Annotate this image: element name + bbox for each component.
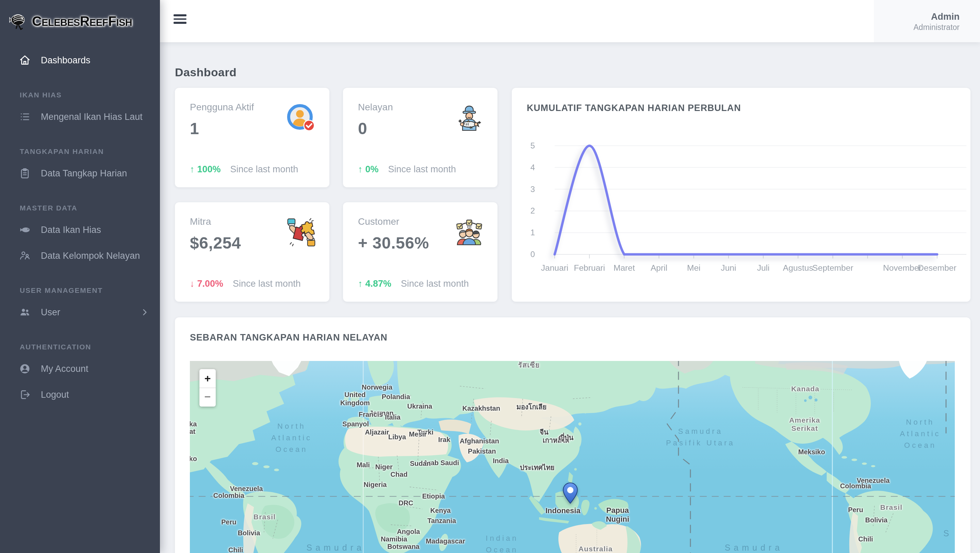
svg-text:4: 4	[530, 163, 535, 172]
world-map[interactable]: North Atlantic OceanNorth Atlantic Ocean…	[190, 361, 955, 553]
svg-text:November: November	[883, 263, 921, 273]
stat-footer: ↑100% Since last month	[190, 164, 298, 174]
sidebar-section-ikan-hias: IKAN HIAS	[0, 73, 160, 104]
stat-value: $6,254	[190, 234, 241, 253]
stat-caption: Since last month	[233, 279, 301, 289]
map-card: SEBARAN TANGKAPAN HARIAN NELAYAN	[175, 317, 970, 553]
delta-badge: ↑4.87%	[358, 279, 391, 289]
arrow-up-icon: ↑	[190, 164, 195, 174]
sidebar-item-logout[interactable]: Logout	[0, 381, 160, 407]
users-icon	[19, 306, 30, 318]
delta-badge: ↓7.00%	[190, 279, 223, 289]
sidebar-item-label: Data Tangkap Harian	[41, 168, 127, 178]
stat-card-customer: Customer + 30.56% ↑4.87% Sinc	[343, 202, 498, 302]
stat-value: + 30.56%	[358, 234, 429, 253]
sidebar-item-user[interactable]: User	[0, 299, 160, 325]
stat-card-mitra: Mitra $6,254 ↓7.00% Since last mon	[175, 202, 329, 302]
stat-caption: Since last month	[231, 164, 298, 174]
arrow-down-icon: ↓	[190, 279, 195, 289]
stat-card-pengguna-aktif: Pengguna Aktif 1 ↑100% Since last month	[175, 88, 329, 187]
brand-wordmark: CELEBESREEFFISH	[32, 13, 132, 29]
user-role: Administrator	[914, 23, 960, 31]
sidebar-section-user-management: USER MANAGEMENT	[0, 268, 160, 299]
line-chart: 012345JanuariFebruariMaretAprilMeiJuniJu…	[512, 122, 970, 300]
svg-text:Juni: Juni	[721, 263, 736, 273]
page-title: Dashboard	[175, 66, 237, 80]
stat-value: 1	[190, 119, 199, 138]
account-circle-icon	[19, 363, 30, 374]
sidebar-item-my-account[interactable]: My Account	[0, 355, 160, 381]
svg-text:Desember: Desember	[918, 263, 956, 273]
topbar: Admin Administrator	[160, 0, 980, 42]
chevron-right-icon	[140, 308, 149, 316]
app-window: CELEBESREEFFISH Dashboards IKAN HIAS Men…	[0, 0, 980, 553]
stat-label: Pengguna Aktif	[190, 102, 254, 112]
logout-icon	[19, 389, 30, 400]
svg-text:September: September	[812, 263, 853, 273]
delta-badge: ↑100%	[190, 164, 221, 174]
sidebar-item-label: Mengenal Ikan Hias Laut	[41, 112, 143, 121]
chart-card: KUMULATIF TANGKAPAN HARIAN PERBULAN 0123…	[512, 88, 970, 302]
sidebar-item-label: Logout	[41, 389, 69, 399]
active-user-icon	[286, 104, 316, 133]
svg-text:Februari: Februari	[574, 263, 605, 273]
stat-label: Customer	[358, 216, 399, 227]
zoom-out-button[interactable]: −	[199, 387, 216, 406]
sidebar-item-data-ikan-hias[interactable]: Data Ikan Hias	[0, 217, 160, 242]
sidebar-item-label: Data Kelompok Nelayan	[41, 250, 140, 260]
partnership-puzzle-icon	[286, 218, 316, 247]
sidebar-item-data-kelompok-nelayan[interactable]: Data Kelompok Nelayan	[0, 242, 160, 268]
user-name: Admin	[931, 11, 959, 21]
list-icon	[19, 111, 30, 122]
stat-label: Nelayan	[358, 102, 393, 112]
sidebar-item-label: My Account	[41, 363, 89, 373]
svg-text:April: April	[651, 263, 667, 273]
zoom-in-button[interactable]: +	[199, 369, 216, 387]
sidebar-item-label: Dashboards	[41, 55, 91, 65]
sidebar: CELEBESREEFFISH Dashboards IKAN HIAS Men…	[0, 0, 160, 553]
sidebar-item-data-tangkap-harian[interactable]: Data Tangkap Harian	[0, 160, 160, 186]
hamburger-menu-button[interactable]	[173, 14, 186, 26]
svg-text:Januari: Januari	[541, 263, 569, 273]
stat-label: Mitra	[190, 216, 211, 227]
delta-badge: ↑0%	[358, 164, 379, 174]
stat-footer: ↑4.87% Since last month	[358, 279, 469, 289]
svg-text:2: 2	[530, 206, 535, 215]
stat-card-nelayan: Nelayan 0 ↑0% Since	[343, 88, 498, 187]
svg-text:Mei: Mei	[687, 263, 701, 273]
sidebar-section-authentication: AUTHENTICATION	[0, 325, 160, 355]
user-menu[interactable]: Admin Administrator	[874, 0, 980, 42]
sidebar-nav: Dashboards IKAN HIAS Mengenal Ikan Hias …	[0, 42, 160, 407]
stat-caption: Since last month	[401, 279, 469, 289]
stat-caption: Since last month	[388, 164, 456, 174]
home-icon	[19, 54, 30, 66]
fisherman-icon	[455, 104, 484, 133]
svg-text:Agustus: Agustus	[783, 263, 813, 273]
svg-text:Maret: Maret	[614, 263, 635, 273]
brand-logo[interactable]: CELEBESREEFFISH	[0, 0, 160, 42]
stat-value: 0	[358, 119, 367, 138]
arrow-up-icon: ↑	[358, 164, 363, 174]
map-location-pin[interactable]	[562, 482, 579, 504]
svg-text:3: 3	[530, 185, 535, 194]
sidebar-section-master-data: MASTER DATA	[0, 186, 160, 217]
customers-icon	[455, 218, 484, 247]
sidebar-item-label: User	[41, 307, 60, 317]
map-canvas	[190, 361, 955, 553]
sidebar-item-dashboards[interactable]: Dashboards	[0, 47, 160, 73]
fish-logo-icon	[9, 12, 29, 30]
svg-text:5: 5	[530, 141, 535, 150]
fish-icon	[19, 224, 30, 235]
map-zoom-control: + −	[199, 369, 216, 406]
arrow-up-icon: ↑	[358, 279, 363, 289]
chart-title: KUMULATIF TANGKAPAN HARIAN PERBULAN	[527, 103, 741, 113]
sidebar-item-label: Data Ikan Hias	[41, 225, 101, 234]
stat-footer: ↓7.00% Since last month	[190, 279, 301, 289]
map-title: SEBARAN TANGKAPAN HARIAN NELAYAN	[190, 332, 388, 343]
svg-text:Juli: Juli	[757, 263, 770, 273]
sidebar-section-tangkapan-harian: TANGKAPAN HARIAN	[0, 129, 160, 160]
svg-text:1: 1	[530, 228, 535, 237]
sidebar-item-mengenal-ikan-hias-laut[interactable]: Mengenal Ikan Hias Laut	[0, 104, 160, 129]
stat-footer: ↑0% Since last month	[358, 164, 456, 174]
svg-text:0: 0	[530, 250, 535, 259]
